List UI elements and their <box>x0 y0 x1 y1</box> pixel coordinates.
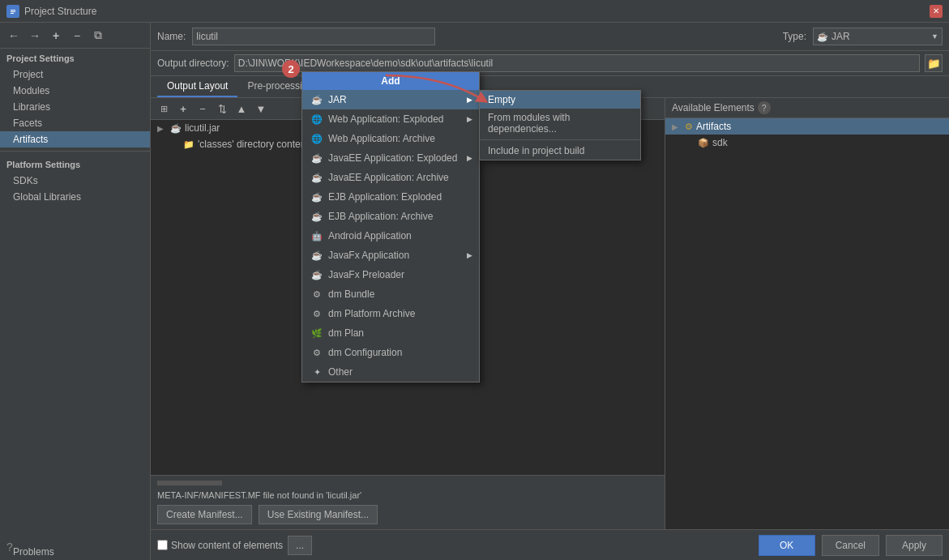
back-button[interactable]: ← <box>5 27 23 45</box>
svg-rect-1 <box>11 10 15 11</box>
menu-item-dm-bundle[interactable]: ⚙ dm Bundle <box>302 284 479 304</box>
sidebar-item-artifacts[interactable]: Artifacts <box>0 131 150 147</box>
pane-up-button[interactable]: ▲ <box>233 100 250 117</box>
other-icon: ✦ <box>310 365 323 378</box>
sidebar-item-facets[interactable]: Facets <box>0 115 150 131</box>
sidebar-item-sdks[interactable]: SDKs <box>0 173 150 189</box>
tree-item-label: Artifacts <box>696 121 731 132</box>
pane-add-button[interactable]: + <box>175 100 191 117</box>
javaee-archive-icon: ☕ <box>310 171 323 184</box>
pane-sort-button[interactable]: ⇅ <box>214 100 230 117</box>
right-tree-item-artifacts[interactable]: ▶ ⚙ Artifacts <box>665 118 949 135</box>
more-options-button[interactable]: ... <box>288 536 312 555</box>
tree-arrow: ▶ <box>672 122 682 131</box>
sidebar-item-global-libraries[interactable]: Global Libraries <box>0 189 150 205</box>
dm-bundle-icon: ⚙ <box>310 288 323 301</box>
menu-item-ejb-exploded[interactable]: ☕ EJB Application: Exploded <box>302 187 479 207</box>
forward-button[interactable]: → <box>26 27 44 45</box>
web-archive-icon: 🌐 <box>310 132 323 145</box>
right-pane: Available Elements ? ▶ ⚙ Artifacts 📦 sdk <box>665 98 949 529</box>
cancel-button[interactable]: Cancel <box>822 535 879 556</box>
add-button[interactable]: + <box>47 27 65 45</box>
bottom-section: META-INF/MANIFEST.MF file not found in '… <box>151 475 665 529</box>
footer: Show content of elements ... OK Cancel A… <box>151 529 949 560</box>
close-button[interactable]: ✕ <box>930 5 943 18</box>
tree-arrow: ▶ <box>157 124 167 133</box>
tree-item-label: sdk <box>712 137 728 148</box>
copy-button[interactable]: ⧉ <box>89 27 107 45</box>
annotation-badge-2: 2 <box>282 60 300 78</box>
menu-item-dm-config[interactable]: ⚙ dm Configuration <box>302 343 479 362</box>
folder-browse-button[interactable]: 📁 <box>925 54 943 72</box>
right-tree: ▶ ⚙ Artifacts 📦 sdk <box>665 118 949 529</box>
javaee-exploded-icon: ☕ <box>310 152 323 165</box>
type-select[interactable]: ☕ JAR ▼ <box>813 28 943 45</box>
submenu-separator <box>480 139 640 140</box>
dropdown-menu: Add ☕ JAR Empty From modules with depend… <box>301 71 480 383</box>
create-manifest-button[interactable]: Create Manifest... <box>157 505 252 524</box>
apply-button[interactable]: Apply <box>886 535 943 556</box>
warning-text: META-INF/MANIFEST.MF file not found in '… <box>157 490 658 500</box>
content-area: Name: Type: ☕ JAR ▼ Output directory: 📁 … <box>151 23 949 560</box>
menu-item-javaee-archive[interactable]: ☕ JavaEE Application: Archive <box>302 168 479 187</box>
menu-item-javaee-exploded[interactable]: ☕ JavaEE Application: Exploded <box>302 148 479 168</box>
artifacts-icon: ⚙ <box>685 122 693 132</box>
javafx-preloader-icon: ☕ <box>310 268 323 281</box>
help-button[interactable]: ? <box>6 541 13 554</box>
menu-item-android[interactable]: 🤖 Android Application <box>302 226 479 246</box>
jar-icon: ☕ <box>170 123 182 134</box>
menu-item-other[interactable]: ✦ Other <box>302 362 479 382</box>
menu-item-dm-platform[interactable]: ⚙ dm Platform Archive <box>302 304 479 323</box>
web-menu-icon: 🌐 <box>310 113 323 126</box>
menu-item-javafx-preloader[interactable]: ☕ JavaFx Preloader <box>302 265 479 284</box>
right-tree-item-sdk[interactable]: 📦 sdk <box>665 135 949 151</box>
main-container: ← → + − ⧉ Project Settings Project Modul… <box>0 23 949 560</box>
show-content-label: Show content of elements <box>171 540 283 551</box>
help-icon[interactable]: ? <box>758 101 771 114</box>
submenu-empty[interactable]: Empty <box>480 91 640 109</box>
type-label: Type: <box>783 31 806 42</box>
ok-button[interactable]: OK <box>759 535 815 556</box>
menu-item-jar[interactable]: ☕ JAR Empty From modules with dependenci… <box>302 90 479 109</box>
dm-plan-icon: 🌿 <box>310 327 323 340</box>
app-icon <box>6 5 19 18</box>
dm-config-icon: ⚙ <box>310 346 323 359</box>
pane-toolbar-icon: ⊞ <box>156 100 172 117</box>
show-content-checkbox[interactable] <box>157 540 168 550</box>
platform-settings-header: Platform Settings <box>0 155 150 173</box>
menu-item-dm-plan[interactable]: 🌿 dm Plan <box>302 323 479 343</box>
submenu-include-build[interactable]: Include in project build <box>480 142 640 160</box>
submenu-from-modules[interactable]: From modules with dependencies... <box>480 109 640 138</box>
available-elements-label: Available Elements <box>672 102 754 113</box>
pane-remove-button[interactable]: − <box>195 100 211 117</box>
tab-output-layout[interactable]: Output Layout <box>157 76 237 97</box>
android-icon: 🤖 <box>310 229 323 242</box>
jar-submenu: Empty From modules with dependencies... … <box>479 90 641 160</box>
sidebar-item-project[interactable]: Project <box>0 66 150 83</box>
svg-rect-2 <box>11 11 15 12</box>
use-existing-manifest-button[interactable]: Use Existing Manifest... <box>259 505 378 524</box>
menu-item-ejb-archive[interactable]: ☕ EJB Application: Archive <box>302 207 479 226</box>
type-value: JAR <box>831 31 850 42</box>
tree-item-label: licutil.jar <box>185 122 220 134</box>
sdk-icon: 📦 <box>698 138 709 148</box>
pane-down-button[interactable]: ▼ <box>253 100 269 117</box>
sidebar: ← → + − ⧉ Project Settings Project Modul… <box>0 23 151 560</box>
name-input[interactable] <box>192 28 435 45</box>
svg-rect-3 <box>11 13 14 14</box>
javafx-icon: ☕ <box>310 249 323 262</box>
menu-item-web-archive[interactable]: 🌐 Web Application: Archive <box>302 129 479 148</box>
sidebar-item-modules[interactable]: Modules <box>0 83 150 99</box>
sidebar-divider <box>0 151 150 152</box>
sidebar-item-libraries[interactable]: Libraries <box>0 99 150 115</box>
sidebar-toolbar: ← → + − ⧉ <box>0 23 150 49</box>
ejb-archive-icon: ☕ <box>310 210 323 223</box>
split-pane: ⊞ + − ⇅ ▲ ▼ ▶ ☕ licutil.jar 📁 <box>151 98 949 529</box>
folder-icon: 📁 <box>183 139 195 150</box>
menu-item-javafx[interactable]: ☕ JavaFx Application <box>302 246 479 265</box>
output-path-input[interactable] <box>234 54 920 72</box>
top-fields: Name: Type: ☕ JAR ▼ <box>151 23 949 51</box>
remove-button[interactable]: − <box>68 27 86 45</box>
sidebar-item-problems[interactable]: Problems <box>0 544 150 560</box>
menu-item-web-exploded[interactable]: 🌐 Web Application: Exploded <box>302 109 479 129</box>
